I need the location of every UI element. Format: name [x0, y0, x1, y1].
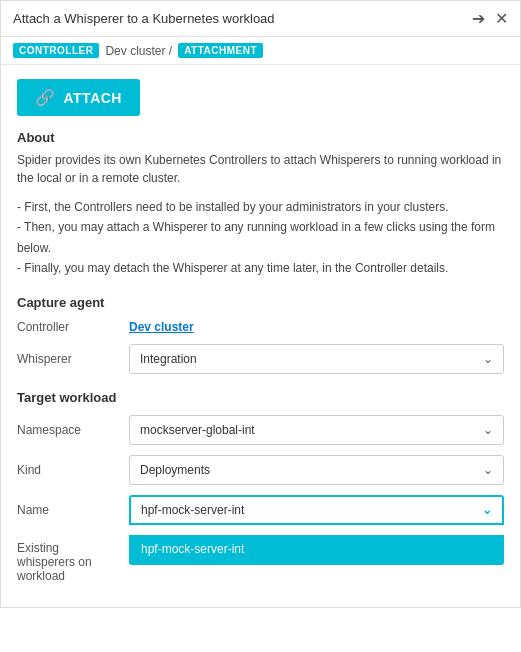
target-workload-section: Target workload Namespace mockserver-glo…	[17, 390, 504, 583]
panel-body: 🔗 ATTACH About Spider provides its own K…	[1, 65, 520, 607]
name-dropdown-wrapper: hpf-mock-server-int ⌄	[129, 495, 504, 525]
attachment-badge[interactable]: ATTACHMENT	[178, 43, 263, 58]
existing-whisperers-list: hpf-mock-server-int	[129, 535, 504, 565]
close-icon[interactable]: ✕	[495, 9, 508, 28]
panel-header: Attach a Whisperer to a Kubernetes workl…	[1, 1, 520, 37]
attach-button-label: ATTACH	[64, 90, 122, 106]
target-workload-title: Target workload	[17, 390, 504, 405]
existing-whisperers-label: Existing whisperers on workload	[17, 535, 117, 583]
kind-label: Kind	[17, 463, 117, 477]
name-row: Name hpf-mock-server-int ⌄	[17, 495, 504, 525]
name-chevron-icon: ⌄	[482, 503, 492, 517]
about-paragraph: Spider provides its own Kubernetes Contr…	[17, 151, 504, 187]
about-title: About	[17, 130, 504, 145]
attach-button[interactable]: 🔗 ATTACH	[17, 79, 140, 116]
controller-badge[interactable]: CONTROLLER	[13, 43, 99, 58]
existing-whisperers-row: Existing whisperers on workload hpf-mock…	[17, 535, 504, 583]
bullet-3: - Finally, you may detach the Whisperer …	[17, 258, 504, 278]
name-select[interactable]: hpf-mock-server-int ⌄	[129, 495, 504, 525]
form-link: form below.	[17, 220, 495, 254]
whisperer-label: Whisperer	[17, 352, 117, 366]
main-panel: Attach a Whisperer to a Kubernetes workl…	[0, 0, 521, 608]
existing-whisperers-dropdown: hpf-mock-server-int	[129, 535, 504, 565]
name-select-value: hpf-mock-server-int	[141, 503, 244, 517]
namespace-chevron-icon: ⌄	[483, 423, 493, 437]
about-bullets: - First, the Controllers need to be inst…	[17, 197, 504, 279]
pin-icon[interactable]: ➔	[472, 9, 485, 28]
kind-select[interactable]: Deployments ⌄	[129, 455, 504, 485]
whisperer-select[interactable]: Integration ⌄	[129, 344, 504, 374]
kind-row: Kind Deployments ⌄	[17, 455, 504, 485]
name-label: Name	[17, 503, 117, 517]
capture-agent-section: Capture agent Controller Dev cluster Whi…	[17, 295, 504, 374]
breadcrumb-separator: Dev cluster /	[105, 44, 172, 58]
kind-chevron-icon: ⌄	[483, 463, 493, 477]
bullet-1: - First, the Controllers need to be inst…	[17, 197, 504, 217]
namespace-row: Namespace mockserver-global-int ⌄	[17, 415, 504, 445]
panel-title: Attach a Whisperer to a Kubernetes workl…	[13, 11, 275, 26]
link-icon: 🔗	[35, 88, 56, 107]
namespace-label: Namespace	[17, 423, 117, 437]
breadcrumb: CONTROLLER Dev cluster / ATTACHMENT	[1, 37, 520, 65]
bullet-2: - Then, you may attach a Whisperer to an…	[17, 217, 504, 258]
namespace-select-value: mockserver-global-int	[140, 423, 255, 437]
existing-whisperers-item[interactable]: hpf-mock-server-int	[131, 535, 502, 563]
whisperer-select-value: Integration	[140, 352, 197, 366]
about-section: About Spider provides its own Kubernetes…	[17, 130, 504, 279]
capture-agent-title: Capture agent	[17, 295, 504, 310]
controller-value[interactable]: Dev cluster	[129, 320, 194, 334]
header-icons: ➔ ✕	[472, 9, 508, 28]
controller-label: Controller	[17, 320, 117, 334]
controller-row: Controller Dev cluster	[17, 320, 504, 334]
whisperer-chevron-icon: ⌄	[483, 352, 493, 366]
namespace-select[interactable]: mockserver-global-int ⌄	[129, 415, 504, 445]
kind-select-value: Deployments	[140, 463, 210, 477]
whisperer-row: Whisperer Integration ⌄	[17, 344, 504, 374]
